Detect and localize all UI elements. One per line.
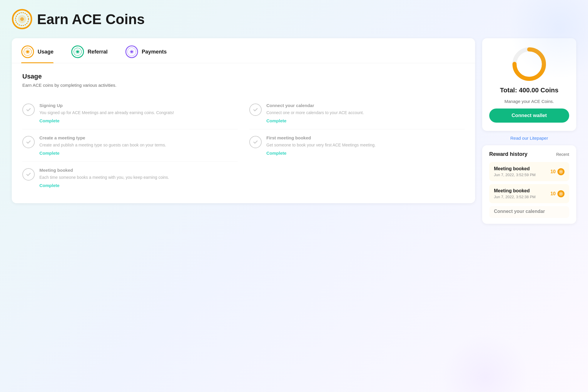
section-subtitle: Earn ACE coins by completing various act… (22, 83, 465, 88)
reward-history-title: Reward history (489, 151, 527, 157)
check-circle-connect-calendar (249, 104, 262, 116)
tab-content: Usage Earn ACE coins by completing vario… (12, 63, 475, 203)
tab-referral-label: Referral (88, 49, 108, 55)
payments-tab-icon (125, 45, 138, 58)
activity-create-meeting: Create a meeting type Create and publish… (22, 129, 238, 162)
page-title: Earn ACE Coins (37, 11, 145, 27)
activity-first-meeting-desc: Get someone to book your very first ACE … (266, 142, 465, 148)
tab-referral[interactable]: Referral (71, 45, 108, 63)
reward-item-1-date: Jun 7, 2022, 3:52:38 PM (494, 195, 536, 199)
checkmark-icon (253, 107, 258, 112)
activity-first-meeting-title: First meeting booked (266, 135, 465, 140)
coins-total: Total: 400.00 Coins (500, 86, 559, 94)
reward-item-partial-name: Connect your calendar (494, 209, 545, 214)
activity-connect-calendar-status: Complete (266, 118, 465, 123)
reward-filter: Recent (556, 152, 569, 157)
section-title: Usage (22, 73, 465, 80)
check-circle-signing-up (22, 104, 35, 116)
left-panel: Usage Referral Payments (12, 38, 475, 203)
page-header: Earn ACE Coins (12, 9, 576, 29)
coin-icon-0 (557, 168, 564, 175)
check-circle-create-meeting (22, 136, 35, 148)
activity-meeting-booked-desc: Each time someone books a meeting with y… (39, 174, 238, 181)
activity-create-meeting-title: Create a meeting type (39, 135, 238, 140)
tab-usage[interactable]: Usage (21, 45, 54, 63)
activity-create-meeting-info: Create a meeting type Create and publish… (39, 135, 238, 156)
activity-meeting-booked-status: Complete (39, 183, 238, 188)
read-litepaper-link[interactable]: Read our Litepaper (482, 136, 576, 141)
activity-meeting-booked-info: Meeting booked Each time someone books a… (39, 168, 238, 188)
activities-left-column: Signing Up You signed up for ACE Meeting… (22, 97, 238, 194)
activities-grid: Signing Up You signed up for ACE Meeting… (22, 97, 465, 194)
reward-item-1: Meeting booked Jun 7, 2022, 3:52:38 PM 1… (489, 184, 569, 203)
tabs-container: Usage Referral Payments (12, 38, 475, 63)
activity-first-meeting: First meeting booked Get someone to book… (249, 129, 465, 161)
checkmark-icon (26, 139, 31, 145)
tab-payments[interactable]: Payments (125, 45, 167, 63)
reward-item-0-date: Jun 7, 2022, 3:52:59 PM (494, 173, 536, 177)
activity-create-meeting-desc: Create and publish a meeting type so gue… (39, 142, 238, 148)
activity-first-meeting-status: Complete (266, 151, 465, 156)
check-circle-first-meeting (249, 136, 262, 148)
checkmark-icon (26, 107, 31, 112)
activity-signing-up-title: Signing Up (39, 103, 238, 108)
ace-coins-logo-icon (12, 9, 32, 29)
main-layout: Usage Referral Payments (12, 38, 576, 224)
reward-item-1-amount: 10 (550, 190, 564, 197)
reward-item-0-amount: 10 (550, 168, 564, 175)
checkmark-icon (253, 139, 258, 145)
reward-item-0-left: Meeting booked Jun 7, 2022, 3:52:59 PM (494, 166, 536, 177)
usage-tab-icon (21, 45, 34, 58)
reward-item-0: Meeting booked Jun 7, 2022, 3:52:59 PM 1… (489, 162, 569, 181)
activity-create-meeting-status: Complete (39, 151, 238, 156)
referral-tab-icon (71, 45, 84, 58)
activity-signing-up-desc: You signed up for ACE Meetings and are a… (39, 110, 238, 116)
activity-connect-calendar-title: Connect your calendar (266, 103, 465, 108)
check-circle-meeting-booked (22, 168, 35, 181)
reward-item-1-left: Meeting booked Jun 7, 2022, 3:52:38 PM (494, 188, 536, 199)
donut-chart (512, 46, 547, 82)
reward-item-1-name: Meeting booked (494, 188, 536, 194)
activity-signing-up-info: Signing Up You signed up for ACE Meeting… (39, 103, 238, 123)
tab-usage-label: Usage (38, 49, 54, 55)
activity-connect-calendar-desc: Connect one or more calendars to your AC… (266, 110, 465, 116)
activity-connect-calendar: Connect your calendar Connect one or mor… (249, 97, 465, 129)
activity-meeting-booked: Meeting booked Each time someone books a… (22, 162, 238, 194)
coins-card: Total: 400.00 Coins Manage your ACE Coin… (482, 38, 576, 131)
activity-meeting-booked-title: Meeting booked (39, 168, 238, 173)
tab-payments-label: Payments (142, 49, 167, 55)
reward-history-card: Reward history Recent Meeting booked Jun… (482, 145, 576, 224)
checkmark-icon (26, 172, 31, 177)
activity-signing-up-status: Complete (39, 118, 238, 123)
activity-signing-up: Signing Up You signed up for ACE Meeting… (22, 97, 238, 129)
activity-first-meeting-info: First meeting booked Get someone to book… (266, 135, 465, 156)
activities-right-column: Connect your calendar Connect one or mor… (249, 97, 465, 194)
coins-manage: Manage your ACE Coins. (505, 99, 554, 104)
connect-wallet-button[interactable]: Connect wallet (489, 109, 569, 123)
reward-item-partial: Connect your calendar (489, 206, 569, 218)
activity-connect-calendar-info: Connect your calendar Connect one or mor… (266, 103, 465, 123)
reward-item-0-name: Meeting booked (494, 166, 536, 171)
right-panel: Total: 400.00 Coins Manage your ACE Coin… (482, 38, 576, 224)
reward-history-header: Reward history Recent (489, 151, 569, 157)
coin-icon-1 (557, 190, 564, 197)
